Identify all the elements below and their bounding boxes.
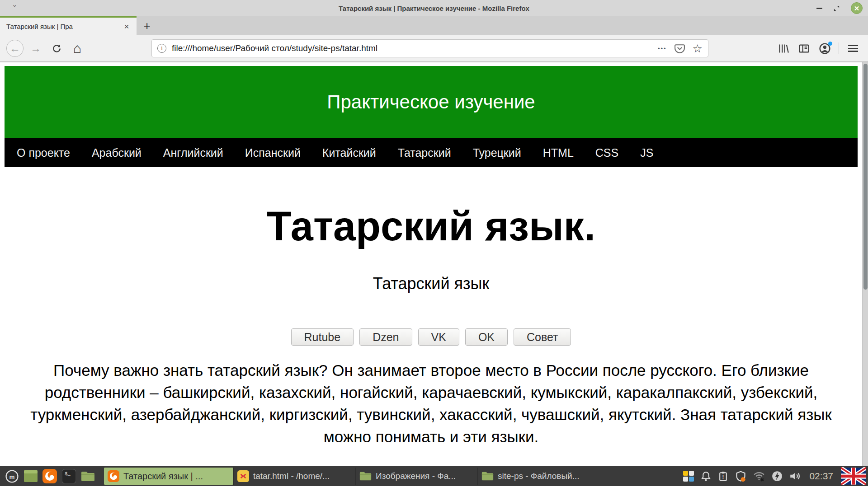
nav-link-turkish[interactable]: Турецкий <box>473 146 521 159</box>
maximize-button[interactable] <box>833 5 840 12</box>
tab-tatar-language[interactable]: Татарский язык | Пра × <box>0 16 137 35</box>
mint-menu-button[interactable]: m <box>4 468 20 484</box>
tab-title: Татарский язык | Пра <box>6 23 73 30</box>
library-button[interactable] <box>774 40 792 57</box>
nav-link-arabic[interactable]: Арабский <box>92 146 142 159</box>
navigation-toolbar: ← → ⌂ i file:///home/user/Рабочий стол/s… <box>0 35 868 62</box>
volume-icon[interactable] <box>789 470 802 482</box>
taskbar-window-label: Изображения - Фа... <box>376 471 456 481</box>
firefox-icon <box>42 469 57 483</box>
folder-icon <box>481 471 494 481</box>
firefox-icon <box>108 470 119 482</box>
taskbar-window-siteps-folder[interactable]: site-ps - Файловый... <box>477 468 599 485</box>
dzen-button[interactable]: Dzen <box>359 328 412 346</box>
terminal-icon: $_ <box>62 469 76 483</box>
forward-button[interactable]: → <box>27 40 44 57</box>
desktop-icon <box>24 470 38 482</box>
nav-link-css[interactable]: CSS <box>595 146 618 159</box>
folder-icon <box>359 471 372 481</box>
svg-text:m: m <box>9 473 14 480</box>
nav-link-html[interactable]: HTML <box>543 146 574 159</box>
notifications-bell-icon[interactable] <box>700 471 712 482</box>
taskbar: m $_ Татарски <box>0 466 868 486</box>
vk-button[interactable]: VK <box>418 328 459 346</box>
page-actions-icon[interactable]: ••• <box>658 45 667 52</box>
update-manager-icon[interactable]: ! <box>717 471 729 482</box>
close-button[interactable]: ✕ <box>851 2 863 14</box>
intro-paragraph: Почему важно знать татарский язык? Он за… <box>24 359 838 448</box>
taskbar-window-firefox-active[interactable]: Татарский язык | ... <box>104 468 233 485</box>
nav-link-js[interactable]: JS <box>640 146 653 159</box>
site-info-icon[interactable]: i <box>157 44 166 53</box>
toolbar-separator <box>839 42 839 54</box>
account-notification-dot <box>828 42 832 46</box>
reload-icon <box>52 43 62 54</box>
taskbar-window-images-folder[interactable]: Изображения - Фа... <box>355 468 477 485</box>
taskbar-window-editor[interactable]: tatar.html - /home/... <box>233 468 355 485</box>
page-scrollbar[interactable] <box>862 62 868 466</box>
rutube-button[interactable]: Rutube <box>291 328 354 346</box>
account-button[interactable] <box>816 40 833 57</box>
sidebar-icon <box>798 42 810 55</box>
url-text[interactable]: file:///home/user/Рабочий стол/study/sit… <box>172 43 377 53</box>
nav-link-tatar[interactable]: Татарский <box>398 146 451 159</box>
svg-text:!: ! <box>722 474 724 480</box>
firefox-launcher[interactable] <box>42 468 58 484</box>
wifi-disconnected-icon[interactable] <box>753 470 765 482</box>
workspace-switcher-icon[interactable] <box>683 470 694 482</box>
folder-icon <box>81 471 95 482</box>
files-launcher[interactable] <box>80 468 96 484</box>
scrollbar-thumb[interactable] <box>863 64 868 290</box>
library-icon <box>777 42 789 55</box>
window-title: Татарский язык | Практическое изучение -… <box>339 5 529 12</box>
home-button[interactable]: ⌂ <box>69 40 86 57</box>
show-desktop-button[interactable] <box>23 468 39 484</box>
sovet-button[interactable]: Совет <box>514 328 571 346</box>
system-tray: ! 02:37 <box>683 467 866 485</box>
site-header-title: Практическое изучение <box>327 91 535 113</box>
maximize-icon <box>833 5 840 12</box>
taskbar-window-label: tatar.html - /home/... <box>253 471 330 481</box>
back-button[interactable]: ← <box>6 40 24 57</box>
svg-text:$_: $_ <box>65 471 71 477</box>
minimize-button[interactable] <box>816 8 822 9</box>
tab-close-icon[interactable]: × <box>121 22 132 32</box>
text-editor-icon <box>237 470 249 482</box>
nav-link-english[interactable]: Английский <box>163 146 223 159</box>
firewall-shield-icon[interactable] <box>735 470 747 482</box>
page-title: Татарский язык. <box>5 203 858 250</box>
window-titlebar: ⌄ Татарский язык | Практическое изучение… <box>0 0 868 16</box>
page-subtitle: Татарский язык <box>5 274 858 293</box>
nav-link-chinese[interactable]: Китайский <box>322 146 376 159</box>
sidebar-button[interactable] <box>795 40 812 57</box>
taskbar-clock[interactable]: 02:37 <box>809 471 833 482</box>
ok-button[interactable]: OK <box>465 328 508 346</box>
new-tab-button[interactable]: + <box>137 16 157 35</box>
reload-button[interactable] <box>48 40 65 57</box>
nav-link-about[interactable]: О проекте <box>17 146 70 159</box>
bookmark-star-icon[interactable]: ☆ <box>693 42 703 55</box>
tab-strip: Татарский язык | Пра × + <box>0 16 868 35</box>
site-nav: О проекте Арабский Английский Испанский … <box>5 138 858 167</box>
browser-viewport: Практическое изучение О проекте Арабский… <box>0 62 868 466</box>
url-bar[interactable]: i file:///home/user/Рабочий стол/study/s… <box>151 39 708 57</box>
taskbar-window-label: Татарский язык | ... <box>123 471 203 482</box>
site-header: Практическое изучение <box>5 66 858 138</box>
taskbar-window-label: site-ps - Файловый... <box>498 471 580 481</box>
tab-title-fade <box>79 23 95 30</box>
terminal-launcher[interactable]: $_ <box>61 468 77 484</box>
nav-link-spanish[interactable]: Испанский <box>245 146 301 159</box>
social-buttons-row: Rutube Dzen VK OK Совет <box>5 328 858 346</box>
menu-button[interactable] <box>844 40 862 57</box>
keyboard-layout-uk-flag-icon[interactable] <box>841 467 866 485</box>
power-manager-icon[interactable] <box>771 470 783 482</box>
window-menu-chevron-icon[interactable]: ⌄ <box>12 0 18 9</box>
mint-logo-icon: m <box>5 469 19 483</box>
pocket-icon[interactable] <box>674 43 685 54</box>
